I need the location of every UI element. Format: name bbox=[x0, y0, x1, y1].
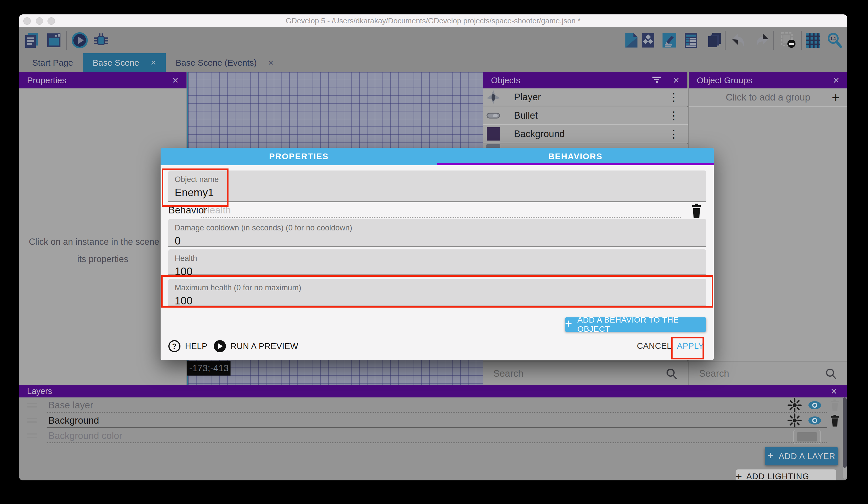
add-lighting-layer-button[interactable]: + ADD LIGHTING LAYER bbox=[736, 470, 836, 480]
window-title: GDevelop 5 - /Users/dkarakay/Documents/G… bbox=[286, 17, 581, 26]
close-panel-icon[interactable]: × bbox=[831, 386, 837, 396]
field-label: Damage cooldown (in seconds) (0 for no c… bbox=[175, 223, 700, 232]
editor-tabbar: Start Page Base Scene × Base Scene (Even… bbox=[19, 53, 847, 72]
layers-panel-title: Layers bbox=[27, 386, 52, 396]
delete-behavior-icon[interactable] bbox=[690, 203, 703, 220]
active-tab-indicator bbox=[437, 163, 714, 165]
add-group-row[interactable]: Click to add a group + bbox=[689, 88, 847, 107]
visibility-eye-icon[interactable] bbox=[808, 398, 822, 412]
cursor-coordinates-badge: -173;-413 bbox=[187, 361, 230, 375]
health-field[interactable]: Health 100 bbox=[168, 249, 706, 275]
main-toolbar: 1:1 bbox=[19, 27, 847, 53]
close-tab-icon[interactable]: × bbox=[268, 57, 274, 68]
layers-scrollbar[interactable] bbox=[843, 397, 847, 478]
drag-handle-icon[interactable] bbox=[27, 403, 37, 407]
layer-row-background-color[interactable]: Background color bbox=[19, 428, 847, 443]
add-group-label: Click to add a group bbox=[689, 92, 847, 103]
row-divider bbox=[46, 442, 827, 443]
fullscreen-window-button[interactable] bbox=[48, 17, 55, 25]
add-group-icon[interactable]: + bbox=[832, 90, 840, 105]
zoom-1to1-icon[interactable]: 1:1 bbox=[826, 32, 843, 49]
maximum-health-field[interactable]: Maximum health (0 for no maximum) 100 bbox=[168, 279, 706, 306]
tab-label: Start Page bbox=[32, 58, 73, 68]
tab-label: Base Scene (Events) bbox=[176, 58, 257, 68]
object-groups-panel-header: Object Groups × bbox=[689, 72, 847, 88]
undo-icon[interactable] bbox=[731, 32, 747, 49]
export-project-icon[interactable] bbox=[623, 32, 640, 49]
field-label: Object name bbox=[175, 175, 700, 184]
project-manager-icon[interactable] bbox=[23, 32, 40, 49]
layer-row-background[interactable]: Background bbox=[19, 413, 847, 428]
drag-handle-icon[interactable] bbox=[27, 418, 37, 423]
screenshot-stage: GDevelop 5 - /Users/dkarakay/Documents/G… bbox=[0, 0, 868, 504]
run-preview-button[interactable]: RUN A PREVIEW bbox=[214, 340, 298, 352]
preview-options-icon[interactable] bbox=[780, 32, 797, 49]
close-panel-icon[interactable]: × bbox=[172, 75, 178, 85]
scene-editor-icon[interactable] bbox=[45, 32, 62, 49]
scrollbar-thumb[interactable] bbox=[843, 397, 847, 468]
object-groups-search-input[interactable]: Search bbox=[699, 368, 729, 379]
object-menu-icon[interactable]: ⋮ bbox=[668, 128, 679, 140]
cancel-button[interactable]: CANCEL bbox=[637, 341, 672, 351]
object-row-player[interactable]: Player ⋮ bbox=[483, 88, 688, 106]
objects-panel-header: Objects × bbox=[483, 72, 687, 88]
search-icon bbox=[825, 368, 837, 382]
close-tab-icon[interactable]: × bbox=[151, 57, 156, 68]
properties-panel-title: Properties bbox=[27, 75, 66, 85]
debugger-icon[interactable] bbox=[93, 32, 110, 49]
add-behavior-button[interactable]: + ADD A BEHAVIOR TO THE OBJECT bbox=[565, 317, 706, 332]
tab-label: Base Scene bbox=[93, 58, 139, 68]
objects-panel-icon[interactable] bbox=[706, 32, 723, 49]
grid-icon[interactable] bbox=[804, 32, 821, 49]
toolbar-separator bbox=[773, 31, 774, 50]
field-value: Enemy1 bbox=[175, 187, 700, 199]
layer-row-base-layer[interactable]: Base layer bbox=[19, 397, 847, 413]
instances-list-icon[interactable] bbox=[640, 32, 657, 49]
object-menu-icon[interactable]: ⋮ bbox=[668, 109, 679, 122]
help-label: HELP bbox=[185, 342, 207, 351]
object-name-field[interactable]: Object name Enemy1 bbox=[168, 171, 706, 202]
damage-cooldown-field[interactable]: Damage cooldown (in seconds) (0 for no c… bbox=[168, 219, 706, 247]
filter-icon[interactable] bbox=[651, 74, 663, 86]
objects-search-input[interactable]: Search bbox=[493, 368, 524, 379]
run-preview-label: RUN A PREVIEW bbox=[230, 342, 298, 351]
center-view-icon[interactable] bbox=[787, 398, 802, 412]
drag-handle-icon[interactable] bbox=[27, 433, 37, 438]
delete-layer-icon[interactable] bbox=[828, 413, 842, 428]
tab-base-scene[interactable]: Base Scene × bbox=[83, 53, 166, 72]
svg-text:1:1: 1:1 bbox=[830, 36, 836, 41]
object-menu-icon[interactable]: ⋮ bbox=[668, 91, 679, 103]
field-label: Health bbox=[175, 254, 700, 263]
minimize-window-button[interactable] bbox=[36, 17, 43, 25]
close-window-button[interactable] bbox=[23, 17, 31, 25]
titlebar: GDevelop 5 - /Users/dkarakay/Documents/G… bbox=[19, 14, 847, 27]
edit-scene-properties-icon[interactable] bbox=[661, 32, 678, 49]
background-color-swatch[interactable] bbox=[793, 430, 821, 444]
visibility-eye-icon[interactable] bbox=[808, 413, 822, 428]
field-value: 100 bbox=[175, 265, 700, 278]
behavior-name-underline bbox=[201, 217, 681, 218]
objects-search: Search bbox=[483, 361, 688, 385]
toolbar-separator bbox=[725, 31, 725, 50]
plus-icon: + bbox=[736, 471, 742, 480]
tab-start-page[interactable]: Start Page bbox=[22, 53, 83, 72]
redo-icon[interactable] bbox=[753, 32, 770, 49]
play-preview-icon[interactable] bbox=[71, 32, 88, 49]
add-layer-button[interactable]: + ADD A LAYER bbox=[765, 447, 838, 465]
tab-base-scene-events[interactable]: Base Scene (Events) × bbox=[166, 53, 283, 72]
help-button[interactable]: ? HELP bbox=[168, 340, 207, 352]
center-view-icon[interactable] bbox=[787, 413, 802, 428]
behavior-label: Behavior bbox=[168, 204, 207, 216]
object-groups-panel-title: Object Groups bbox=[697, 75, 752, 85]
close-panel-icon[interactable]: × bbox=[673, 75, 679, 85]
object-row-background[interactable]: Background ⋮ bbox=[483, 125, 688, 143]
events-sheet-icon[interactable] bbox=[683, 32, 699, 49]
dialog-tab-behaviors[interactable]: BEHAVIORS bbox=[437, 148, 714, 165]
object-row-bullet[interactable]: Bullet ⋮ bbox=[483, 107, 688, 125]
close-panel-icon[interactable]: × bbox=[833, 75, 839, 85]
behavior-name-input[interactable]: Health bbox=[203, 204, 231, 216]
dialog-tab-properties[interactable]: PROPERTIES bbox=[161, 148, 437, 165]
apply-button[interactable]: APPLY bbox=[677, 341, 704, 351]
gdevelop-window: GDevelop 5 - /Users/dkarakay/Documents/G… bbox=[19, 14, 847, 480]
play-icon bbox=[214, 340, 226, 352]
